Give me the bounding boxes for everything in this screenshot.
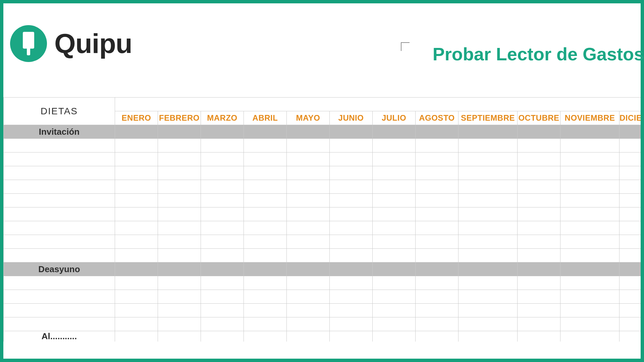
data-cell[interactable] <box>201 153 244 166</box>
data-cell[interactable] <box>115 166 158 180</box>
category-cell[interactable] <box>4 180 115 194</box>
data-cell[interactable] <box>620 221 641 235</box>
data-cell[interactable] <box>115 180 158 194</box>
data-cell[interactable] <box>287 317 330 331</box>
data-cell[interactable] <box>373 317 416 331</box>
category-cell[interactable] <box>4 276 115 290</box>
table-row[interactable] <box>4 166 641 180</box>
data-cell[interactable] <box>330 317 373 331</box>
category-cell[interactable] <box>4 304 115 317</box>
data-cell[interactable] <box>158 207 201 221</box>
data-cell[interactable] <box>416 153 459 166</box>
data-cell[interactable] <box>459 249 518 262</box>
data-cell[interactable] <box>244 235 287 249</box>
data-cell[interactable] <box>518 304 560 317</box>
data-cell[interactable] <box>416 249 459 262</box>
data-cell[interactable] <box>330 235 373 249</box>
data-cell[interactable] <box>518 276 560 290</box>
data-cell[interactable] <box>560 153 620 166</box>
data-cell[interactable] <box>416 276 459 290</box>
data-cell[interactable] <box>158 276 201 290</box>
data-cell[interactable] <box>620 290 641 304</box>
data-cell[interactable] <box>560 249 620 262</box>
data-cell[interactable] <box>518 194 560 207</box>
data-cell[interactable] <box>115 221 158 235</box>
data-cell[interactable] <box>518 317 560 331</box>
table-row[interactable] <box>4 304 641 317</box>
data-cell[interactable] <box>201 276 244 290</box>
table-row[interactable] <box>4 235 641 249</box>
data-cell[interactable] <box>115 207 158 221</box>
data-cell[interactable] <box>201 194 244 207</box>
image-crop-handle-icon[interactable] <box>401 42 410 51</box>
data-cell[interactable] <box>330 221 373 235</box>
dietas-table[interactable]: DIETAS Año 2020 ENEROFEBREROMARZOABRILMA… <box>3 97 641 342</box>
data-cell[interactable] <box>560 304 620 317</box>
data-cell[interactable] <box>287 207 330 221</box>
data-cell[interactable] <box>620 194 641 207</box>
category-cell[interactable] <box>4 249 115 262</box>
data-cell[interactable] <box>416 317 459 331</box>
data-cell[interactable] <box>201 180 244 194</box>
category-cell[interactable] <box>4 194 115 207</box>
data-cell[interactable] <box>459 207 518 221</box>
category-cell[interactable] <box>4 207 115 221</box>
data-cell[interactable] <box>244 304 287 317</box>
data-cell[interactable] <box>373 304 416 317</box>
data-cell[interactable] <box>244 139 287 153</box>
data-cell[interactable] <box>373 207 416 221</box>
data-cell[interactable] <box>158 317 201 331</box>
data-cell[interactable] <box>459 304 518 317</box>
table-row[interactable] <box>4 139 641 153</box>
data-cell[interactable] <box>330 276 373 290</box>
data-cell[interactable] <box>330 153 373 166</box>
category-cell[interactable] <box>4 153 115 166</box>
data-cell[interactable] <box>518 235 560 249</box>
data-cell[interactable] <box>201 249 244 262</box>
data-cell[interactable] <box>560 317 620 331</box>
data-cell[interactable] <box>459 290 518 304</box>
data-cell[interactable] <box>560 194 620 207</box>
table-row[interactable] <box>4 180 641 194</box>
category-cell[interactable] <box>4 166 115 180</box>
data-cell[interactable] <box>459 194 518 207</box>
data-cell[interactable] <box>201 235 244 249</box>
data-cell[interactable] <box>620 180 641 194</box>
data-cell[interactable] <box>620 139 641 153</box>
data-cell[interactable] <box>373 166 416 180</box>
data-cell[interactable] <box>620 304 641 317</box>
data-cell[interactable] <box>158 153 201 166</box>
data-cell[interactable] <box>620 276 641 290</box>
data-cell[interactable] <box>158 180 201 194</box>
data-cell[interactable] <box>373 276 416 290</box>
data-cell[interactable] <box>244 194 287 207</box>
data-cell[interactable] <box>459 221 518 235</box>
data-cell[interactable] <box>244 290 287 304</box>
data-cell[interactable] <box>244 180 287 194</box>
data-cell[interactable] <box>158 194 201 207</box>
data-cell[interactable] <box>416 221 459 235</box>
data-cell[interactable] <box>287 166 330 180</box>
cta-link[interactable]: Probar Lector de Gastos <box>433 44 644 64</box>
data-cell[interactable] <box>620 317 641 331</box>
data-cell[interactable] <box>416 290 459 304</box>
table-row[interactable] <box>4 153 641 166</box>
data-cell[interactable] <box>287 221 330 235</box>
data-cell[interactable] <box>287 153 330 166</box>
data-cell[interactable] <box>373 139 416 153</box>
data-cell[interactable] <box>330 304 373 317</box>
data-cell[interactable] <box>115 235 158 249</box>
data-cell[interactable] <box>518 166 560 180</box>
data-cell[interactable] <box>330 290 373 304</box>
data-cell[interactable] <box>620 166 641 180</box>
data-cell[interactable] <box>201 166 244 180</box>
data-cell[interactable] <box>244 153 287 166</box>
data-cell[interactable] <box>287 180 330 194</box>
data-cell[interactable] <box>560 207 620 221</box>
data-cell[interactable] <box>287 249 330 262</box>
data-cell[interactable] <box>560 139 620 153</box>
data-cell[interactable] <box>459 235 518 249</box>
data-cell[interactable] <box>560 180 620 194</box>
data-cell[interactable] <box>330 207 373 221</box>
data-cell[interactable] <box>518 153 560 166</box>
